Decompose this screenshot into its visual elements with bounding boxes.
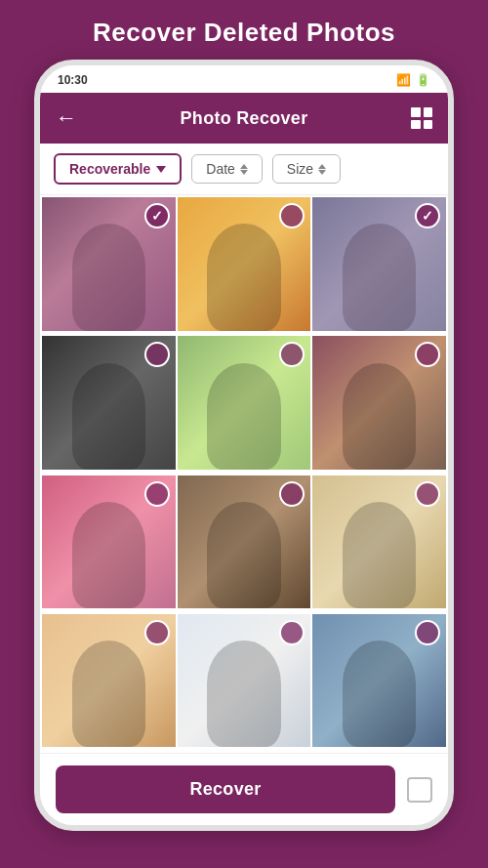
photo-cell[interactable]: ✓ [42, 197, 176, 331]
status-icons: 📶 🔋 [396, 73, 430, 87]
page-title: Recover Deleted Photos [83, 0, 405, 60]
app-header: ← Photo Recover [40, 93, 448, 144]
date-sort-icon [240, 164, 248, 175]
size-sort-icon [318, 164, 326, 175]
select-photo-checkbox[interactable] [144, 620, 170, 645]
dropdown-arrow-icon [156, 166, 166, 173]
back-button[interactable]: ← [56, 105, 77, 131]
checkmark-icon: ✓ [422, 208, 433, 224]
size-label: Size [287, 161, 313, 177]
photo-cell[interactable] [178, 197, 311, 331]
photo-grid: ✓✓ [40, 195, 448, 753]
photo-cell[interactable] [312, 336, 446, 470]
photo-cell[interactable] [178, 614, 311, 748]
recover-button[interactable]: Recover [56, 765, 395, 813]
date-label: Date [206, 161, 235, 177]
status-bar: 10:30 📶 🔋 [40, 65, 448, 93]
photo-cell[interactable] [312, 614, 446, 748]
date-sort-button[interactable]: Date [191, 154, 263, 184]
photo-cell[interactable] [42, 336, 176, 470]
checkmark-icon: ✓ [151, 208, 163, 224]
select-photo-checkbox[interactable] [279, 620, 305, 645]
select-photo-checkbox[interactable]: ✓ [144, 203, 170, 228]
photo-cell[interactable] [42, 475, 176, 609]
select-photo-checkbox[interactable] [415, 620, 440, 645]
photo-cell[interactable] [312, 475, 446, 609]
filter-bar: Recoverable Date Size [40, 144, 448, 195]
photo-cell[interactable] [42, 614, 176, 748]
select-photo-checkbox[interactable]: ✓ [415, 203, 440, 228]
grid-view-icon[interactable] [411, 107, 432, 129]
select-photo-checkbox[interactable] [144, 342, 170, 367]
status-time: 10:30 [58, 73, 88, 87]
select-photo-checkbox[interactable] [144, 481, 170, 507]
bottom-bar: Recover [40, 753, 448, 825]
wifi-icon: 📶 [396, 73, 411, 87]
select-all-checkbox[interactable] [407, 777, 432, 803]
recoverable-filter[interactable]: Recoverable [54, 153, 182, 185]
photo-cell[interactable]: ✓ [312, 197, 446, 331]
photo-cell[interactable] [178, 475, 311, 609]
battery-icon: 🔋 [416, 73, 430, 87]
app-title: Photo Recover [181, 108, 308, 129]
recoverable-label: Recoverable [69, 161, 150, 177]
select-photo-checkbox[interactable] [279, 481, 305, 507]
phone-frame: 10:30 📶 🔋 ← Photo Recover Recoverable Da… [34, 60, 454, 831]
size-sort-button[interactable]: Size [272, 154, 341, 184]
select-photo-checkbox[interactable] [415, 481, 440, 507]
photo-cell[interactable] [178, 336, 311, 470]
